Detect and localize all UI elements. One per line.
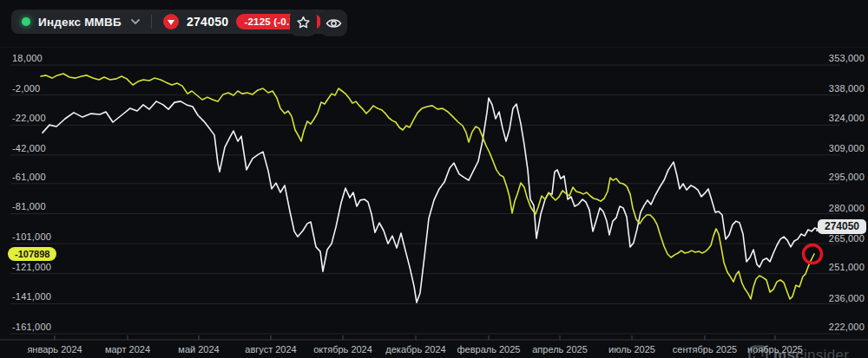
chart-panel: mscinsider 18,000-2,000-22,000-42,000-61… [0,47,868,358]
toolbar: Индекс ММВБ 274050 -2125 (-0.77%) [0,0,868,48]
watch-button[interactable] [320,10,347,36]
symbol-selector[interactable]: Индекс ММВБ 274050 -2125 (-0.77%) [11,10,332,34]
series-white [43,98,825,303]
highlight-circle-annotation [804,245,822,264]
symbol-name: Индекс ММВБ [38,16,122,29]
favorite-button[interactable] [290,10,317,36]
chart-canvas[interactable] [0,0,868,358]
last-price: 274050 [187,15,229,29]
divider [151,15,152,29]
eye-icon [326,17,342,29]
series-yellow [41,74,814,299]
chevron-down-icon [131,19,140,24]
triangle-down-icon [163,14,179,29]
star-icon [296,16,311,30]
status-dot-icon [22,17,30,26]
